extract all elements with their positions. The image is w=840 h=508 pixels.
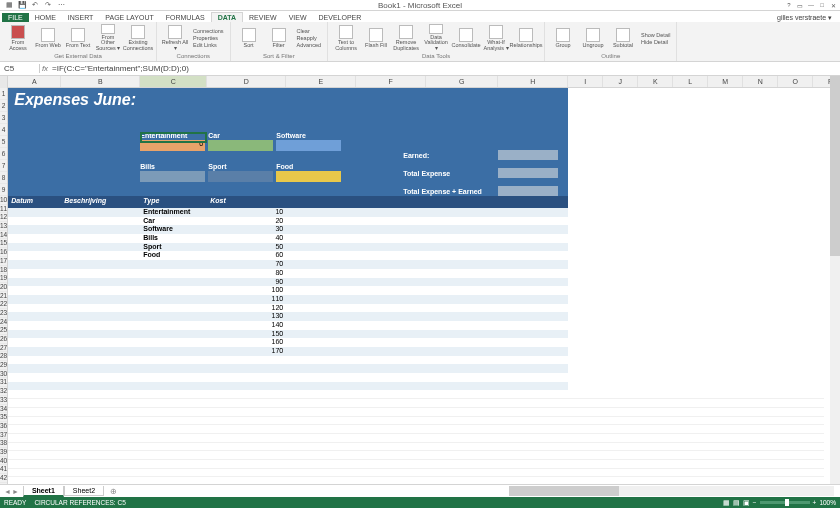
row-header-10[interactable]: 10	[0, 196, 7, 205]
tab-review[interactable]: REVIEW	[243, 13, 283, 22]
col-header-L[interactable]: L	[673, 76, 708, 87]
row-header-35[interactable]: 35	[0, 413, 7, 422]
name-box[interactable]: C5	[0, 64, 40, 73]
from-web-button[interactable]: From Web	[34, 24, 62, 52]
table-row[interactable]: 160	[8, 338, 568, 347]
row-header-29[interactable]: 29	[0, 361, 7, 370]
row-header-8[interactable]: 8	[0, 172, 7, 184]
table-row[interactable]	[8, 425, 824, 434]
col-header-I[interactable]: I	[568, 76, 603, 87]
table-row[interactable]: Entertainment10	[8, 208, 568, 217]
row-header-24[interactable]: 24	[0, 318, 7, 327]
row-header-7[interactable]: 7	[0, 160, 7, 172]
col-header-C[interactable]: C	[140, 76, 207, 87]
row-header-11[interactable]: 11	[0, 205, 7, 214]
row-header-33[interactable]: 33	[0, 396, 7, 405]
row-header-27[interactable]: 27	[0, 344, 7, 353]
row-header-23[interactable]: 23	[0, 309, 7, 318]
help-icon[interactable]: ?	[784, 1, 794, 9]
existing-conn-button[interactable]: Existing Connections	[124, 24, 152, 52]
col-header-M[interactable]: M	[708, 76, 743, 87]
tab-pagelayout[interactable]: PAGE LAYOUT	[99, 13, 159, 22]
zoom-in-icon[interactable]: +	[813, 499, 817, 506]
consolidate-button[interactable]: Consolidate	[452, 24, 480, 52]
table-row[interactable]	[8, 460, 824, 469]
col-header-O[interactable]: O	[778, 76, 813, 87]
row-header-38[interactable]: 38	[0, 439, 7, 448]
row-header-15[interactable]: 15	[0, 239, 7, 248]
filter-button[interactable]: Filter	[265, 24, 293, 52]
table-row[interactable]	[8, 390, 824, 399]
table-row[interactable]	[8, 451, 824, 460]
remove-dup-button[interactable]: Remove Duplicates	[392, 24, 420, 52]
view-normal-icon[interactable]: ▦	[723, 499, 730, 507]
tab-view[interactable]: VIEW	[283, 13, 313, 22]
table-row[interactable]	[8, 364, 568, 373]
advanced-item[interactable]: Advanced	[295, 42, 323, 48]
table-row[interactable]: 110	[8, 295, 568, 304]
zoom-out-icon[interactable]: −	[753, 499, 757, 506]
table-row[interactable]: 170	[8, 347, 568, 356]
tab-file[interactable]: FILE	[2, 13, 29, 22]
row-header-6[interactable]: 6	[0, 148, 7, 160]
row-header-12[interactable]: 12	[0, 213, 7, 222]
col-header-J[interactable]: J	[603, 76, 638, 87]
table-row[interactable]	[8, 373, 568, 382]
clear-item[interactable]: Clear	[295, 28, 323, 34]
row-header-36[interactable]: 36	[0, 422, 7, 431]
table-row[interactable]	[8, 408, 824, 417]
tab-home[interactable]: HOME	[29, 13, 62, 22]
table-row[interactable]	[8, 417, 824, 426]
row-header-9[interactable]: 9	[0, 184, 7, 196]
row-header-5[interactable]: 5	[0, 136, 7, 148]
table-row[interactable]: 150	[8, 330, 568, 339]
sheet-tab-1[interactable]: Sheet1	[23, 486, 64, 497]
table-row[interactable]: 100	[8, 286, 568, 295]
row-header-20[interactable]: 20	[0, 283, 7, 292]
view-layout-icon[interactable]: ▤	[733, 499, 740, 507]
table-row[interactable]: Food60	[8, 251, 568, 260]
table-row[interactable]: 130	[8, 312, 568, 321]
row-header-3[interactable]: 3	[0, 112, 7, 124]
row-header-14[interactable]: 14	[0, 231, 7, 240]
vertical-scrollbar[interactable]	[830, 76, 840, 484]
sheet-next-icon[interactable]: ►	[12, 488, 19, 495]
table-row[interactable]: Sport50	[8, 243, 568, 252]
col-header-N[interactable]: N	[743, 76, 778, 87]
whatif-button[interactable]: What-If Analysis ▾	[482, 24, 510, 52]
table-row[interactable]: Bills40	[8, 234, 568, 243]
table-row[interactable]: 120	[8, 304, 568, 313]
close-icon[interactable]: ✕	[828, 1, 838, 9]
table-row[interactable]	[8, 434, 824, 443]
editlinks-item[interactable]: Edit Links	[191, 42, 226, 48]
row-header-22[interactable]: 22	[0, 300, 7, 309]
worksheet-grid[interactable]: 1234567891011121314151617181920212223242…	[0, 76, 840, 486]
row-header-41[interactable]: 41	[0, 465, 7, 474]
row-header-34[interactable]: 34	[0, 405, 7, 414]
sort-button[interactable]: Sort	[235, 24, 263, 52]
table-row[interactable]: Software30	[8, 225, 568, 234]
data-valid-button[interactable]: Data Validation ▾	[422, 24, 450, 52]
show-detail-item[interactable]: Show Detail	[639, 32, 672, 38]
row-header-16[interactable]: 16	[0, 248, 7, 257]
table-row[interactable]: Car20	[8, 217, 568, 226]
row-header-26[interactable]: 26	[0, 335, 7, 344]
connections-item[interactable]: Connections	[191, 28, 226, 34]
reapply-item[interactable]: Reapply	[295, 35, 323, 41]
row-header-18[interactable]: 18	[0, 266, 7, 275]
maximize-icon[interactable]: □	[817, 1, 827, 9]
table-row[interactable]: 90	[8, 278, 568, 287]
col-header-F[interactable]: F	[356, 76, 426, 87]
row-header-39[interactable]: 39	[0, 448, 7, 457]
zoom-slider[interactable]	[760, 501, 810, 504]
row-header-19[interactable]: 19	[0, 274, 7, 283]
row-header-37[interactable]: 37	[0, 431, 7, 440]
from-other-button[interactable]: From Other Sources ▾	[94, 24, 122, 52]
hide-detail-item[interactable]: Hide Detail	[639, 39, 672, 45]
row-header-2[interactable]: 2	[0, 100, 7, 112]
account-name[interactable]: gilles verstraete ▾	[777, 14, 840, 22]
col-header-G[interactable]: G	[426, 76, 498, 87]
tab-data[interactable]: DATA	[211, 12, 243, 22]
from-text-button[interactable]: From Text	[64, 24, 92, 52]
view-break-icon[interactable]: ▣	[743, 499, 750, 507]
